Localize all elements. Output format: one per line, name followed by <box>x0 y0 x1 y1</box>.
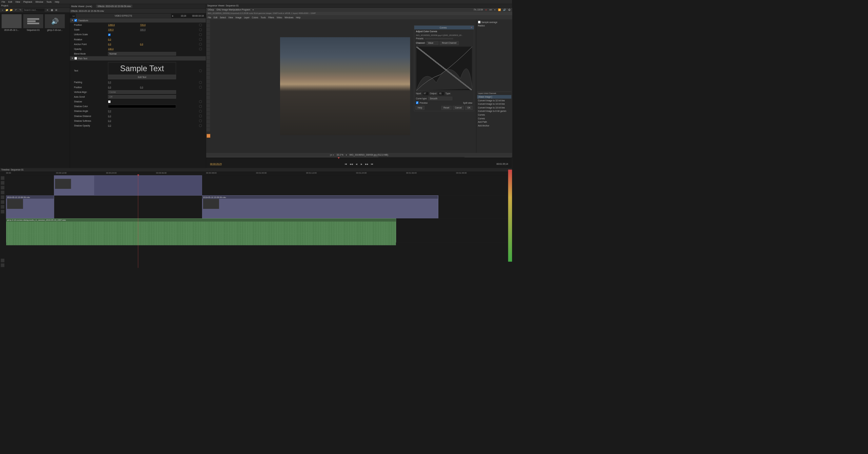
padding-val[interactable]: 0.0 <box>108 81 138 84</box>
undo-item[interactable]: Convert Image to 16 bit line <box>477 106 511 110</box>
audio-clip[interactable]: gimp-2-10-curves-dialog-audio_r1_session… <box>6 218 396 242</box>
video-track-1[interactable]: 2019-05-10 15-58-59.mkv 2019-05-10 15-58… <box>6 195 512 218</box>
keyframe-icon[interactable] <box>199 43 202 45</box>
transform-section[interactable]: Transform <box>70 18 206 23</box>
timeline-ruler[interactable]: 00:00 00:00:12:00 00:00:24:00 00:00:36:0… <box>0 172 512 176</box>
new-icon[interactable]: ＋ <box>1 8 4 12</box>
keyframe-icon[interactable] <box>199 38 202 41</box>
gimp-menu-filters[interactable]: Filters <box>268 16 274 19</box>
fg-color-swatch[interactable] <box>206 134 211 138</box>
search-input[interactable] <box>23 8 45 12</box>
video-track-2[interactable] <box>6 175 512 195</box>
gimp-tool-icon[interactable] <box>206 32 210 36</box>
autoscroll-dropdown[interactable]: Off <box>108 95 176 99</box>
video-clip[interactable]: 2019-05-10 15-58-59.mkv <box>6 195 54 218</box>
bin-item[interactable]: Sequence 01 <box>23 14 43 166</box>
keyframe-icon[interactable] <box>199 81 202 84</box>
video-clip[interactable]: 2019-05-10 15-58-59.mkv <box>202 195 438 218</box>
gimp-tool-icon[interactable] <box>206 104 210 107</box>
gimp-tool-icon[interactable] <box>206 124 210 127</box>
pos-x[interactable]: 0.0 <box>108 86 138 88</box>
shadowdist-val[interactable]: 0.0 <box>108 115 138 117</box>
output-value[interactable] <box>438 92 444 96</box>
undo-icon[interactable]: ↶ <box>14 8 18 12</box>
close-icon[interactable]: ✕ <box>471 26 472 29</box>
keyframe-icon[interactable] <box>199 86 202 88</box>
gimp-tool-icon[interactable] <box>206 28 210 32</box>
reset-channel-button[interactable]: Reset Channel <box>440 41 459 45</box>
menu-tools[interactable]: Tools <box>46 1 52 3</box>
record-icon[interactable]: ⊚ <box>485 8 487 11</box>
gimp-tool-icon[interactable] <box>206 44 210 47</box>
keyframe-icon[interactable] <box>199 100 202 103</box>
opacity-val[interactable]: 100.0 <box>108 48 138 50</box>
channel-dropdown[interactable]: Value <box>427 41 438 45</box>
menu-window[interactable]: Window <box>35 1 43 3</box>
view-grid-icon[interactable]: ▦ <box>50 8 54 12</box>
gimp-tool-icon[interactable] <box>206 128 210 132</box>
gimp-menu-video[interactable]: Video <box>277 16 282 19</box>
menu-help[interactable]: Help <box>55 1 59 3</box>
transform-enable[interactable] <box>74 19 77 22</box>
gimp-tool-icon[interactable] <box>206 48 210 52</box>
menu-file[interactable]: File <box>2 1 5 3</box>
gimp-tool-icon[interactable] <box>206 40 210 43</box>
pointer-tool-icon[interactable] <box>1 176 4 180</box>
razor-tool-icon[interactable] <box>1 191 4 194</box>
gimp-menu-layer[interactable]: Layer <box>244 16 250 19</box>
folder-icon[interactable]: 📁 <box>5 8 9 12</box>
gimp-menu-windows[interactable]: Windows <box>284 16 293 19</box>
reset-button[interactable]: Reset <box>441 106 452 110</box>
gimp-tool-icon[interactable] <box>206 100 210 103</box>
gimp-tool-icon[interactable] <box>206 64 210 67</box>
shadowangle-val[interactable]: 0.0 <box>108 110 138 113</box>
snap-tool-icon[interactable] <box>1 263 4 267</box>
undo-item[interactable]: Curves <box>477 113 511 117</box>
volume-icon[interactable]: 🔊 <box>503 8 506 11</box>
keyframe-icon[interactable] <box>199 124 202 127</box>
preview-check[interactable] <box>416 101 419 104</box>
keyframe-icon[interactable] <box>199 33 202 36</box>
effects-tab[interactable]: Effects: 2019-05-10 15-58-59.mkv <box>96 5 132 8</box>
position-x[interactable]: 1280.0 <box>108 24 138 26</box>
gimp-canvas[interactable]: Curves✕ Adjust Color Curves IMG_20190503… <box>214 19 476 153</box>
next-frame-icon[interactable]: ▶▶ <box>365 162 369 166</box>
audio-track-1[interactable]: gimp-2-10-curves-dialog-audio_r1_session… <box>6 218 512 242</box>
folder2-icon[interactable]: 📂 <box>9 8 13 12</box>
keyframe-icon[interactable] <box>199 110 202 113</box>
keyframe-icon[interactable] <box>199 24 202 26</box>
blend-dropdown[interactable]: Normal <box>108 52 176 56</box>
help-button[interactable]: Help <box>415 106 424 110</box>
undo-item[interactable]: Add Path <box>477 120 511 124</box>
shadowsoft-val[interactable]: 0.0 <box>108 120 138 122</box>
gimp-tool-icon[interactable] <box>206 96 210 100</box>
play-icon[interactable]: ▶ <box>360 162 363 166</box>
shadow-check[interactable] <box>108 100 111 103</box>
position-y[interactable]: 720.0 <box>140 24 164 26</box>
uniform-check[interactable] <box>108 33 111 36</box>
valign-dropdown[interactable]: Center <box>108 90 176 94</box>
gimp-tool-icon[interactable] <box>206 72 210 76</box>
shadowop-val[interactable]: 0.0 <box>108 124 138 127</box>
gimp-tool-icon[interactable] <box>206 56 210 60</box>
slip-tool-icon[interactable] <box>1 195 4 199</box>
gimp-tool-icon[interactable] <box>206 88 210 92</box>
gimp-menu-colors[interactable]: Colors <box>252 16 258 19</box>
gimp-tool-icon[interactable] <box>206 92 210 96</box>
keyframe-icon[interactable] <box>199 28 202 31</box>
menu-view[interactable]: View <box>15 1 20 3</box>
marker-icon[interactable]: ▸ <box>171 14 175 18</box>
ripple-tool-icon[interactable] <box>1 186 4 190</box>
richtext-enable[interactable] <box>74 57 77 60</box>
current-timecode[interactable]: 00:00:28;29 <box>210 163 222 165</box>
edit-text-button[interactable]: Edit Text <box>108 75 176 79</box>
presets-dropdown[interactable] <box>425 38 453 39</box>
gimp-menu-edit[interactable]: Edit <box>214 16 217 19</box>
undo-item[interactable]: Add Anchor <box>477 124 511 127</box>
video-clip[interactable] <box>94 175 202 195</box>
network-icon[interactable]: 📶 <box>498 8 501 11</box>
zoom-tool-icon[interactable] <box>1 210 4 214</box>
clip-icon[interactable]: ▭ <box>72 14 76 18</box>
shadow-color-swatch[interactable] <box>108 105 176 108</box>
bin-item[interactable]: 2019-05-10 1... <box>2 14 22 166</box>
